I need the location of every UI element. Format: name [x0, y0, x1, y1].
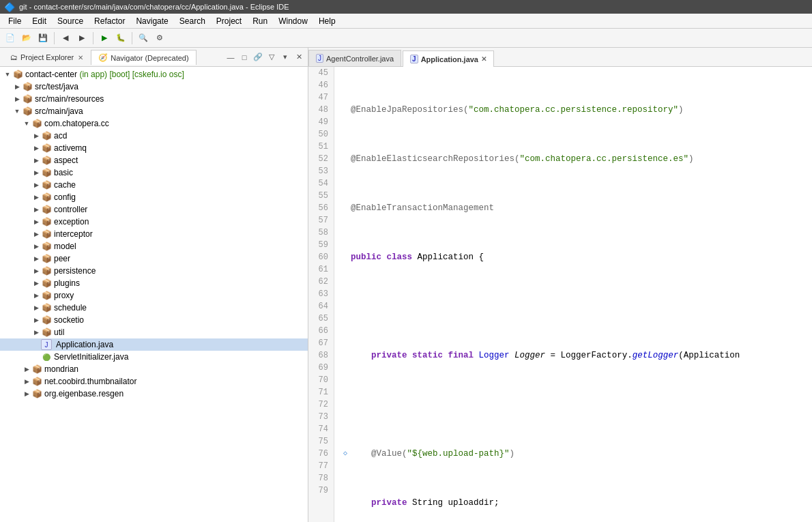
tree-com-chatopera[interactable]: ▼ 📦 com.chatopera.cc	[0, 117, 308, 130]
menu-source[interactable]: Source	[52, 15, 89, 27]
code-line-52: ◇ @Value("${web.upload-path}")	[340, 448, 807, 460]
menu-navigate[interactable]: Navigate	[130, 15, 173, 27]
menu-help[interactable]: Help	[313, 15, 341, 27]
src-main-label: src/main/java	[35, 106, 83, 116]
tree-interceptor[interactable]: ▶ 📦 interceptor	[0, 228, 308, 240]
persistence-label: persistence	[54, 266, 96, 276]
line-text-47: @EnableTransactionManagement	[351, 202, 807, 214]
acd-icon: 📦	[41, 130, 52, 141]
tree-basic[interactable]: ▶ 📦 basic	[0, 166, 308, 179]
eclipse-icon: 🔷	[4, 2, 15, 12]
root-suffix: (in app) [boot] [cskefu.io osc]	[77, 70, 184, 79]
toolbar-run[interactable]: ▶	[97, 31, 112, 46]
line-text-46: @EnableElasticsearchRepositories("com.ch…	[351, 153, 807, 165]
panel-close[interactable]: ✕	[293, 51, 305, 63]
src-test-arrow: ▶	[12, 82, 22, 91]
toolbar-search[interactable]: 🔍	[136, 31, 151, 46]
tree-controller[interactable]: ▶ 📦 controller	[0, 203, 308, 216]
panel-tabs: 🗂 Project Explorer ✕ 🧭 Navigator (Deprec…	[0, 48, 308, 67]
socketio-arrow: ▶	[31, 315, 41, 325]
plugins-icon: 📦	[41, 278, 52, 289]
toolbar-forward[interactable]: ▶	[74, 31, 89, 46]
src-resources-icon: 📦	[22, 93, 33, 104]
exception-label: exception	[54, 217, 89, 227]
config-arrow: ▶	[31, 192, 41, 202]
interceptor-arrow: ▶	[31, 229, 41, 239]
line-text-50: private static final Logger Logger = Log…	[351, 349, 807, 362]
panel-maximize[interactable]: □	[238, 51, 250, 63]
toolbar-new[interactable]: 📄	[3, 31, 18, 46]
tree-model[interactable]: ▶ 📦 model	[0, 240, 308, 252]
application-tab-close[interactable]: ✕	[481, 55, 487, 63]
tree-socketio[interactable]: ▶ 📦 socketio	[0, 314, 308, 326]
menu-project[interactable]: Project	[211, 15, 247, 27]
root-label: contact-center	[25, 70, 77, 79]
tree-util[interactable]: ▶ 📦 util	[0, 326, 308, 338]
title-bar: 🔷 git - contact-center/src/main/java/com…	[0, 0, 812, 14]
src-test-label: src/test/java	[35, 82, 78, 91]
menu-edit[interactable]: Edit	[27, 15, 52, 27]
tab-navigator[interactable]: 🧭 Navigator (Deprecated)	[91, 50, 196, 65]
tree-thumbnailator[interactable]: ▶ 📦 net.coobird.thumbnailator	[0, 375, 308, 388]
tree-activemq[interactable]: ▶ 📦 activemq	[0, 142, 308, 154]
tree-src-resources[interactable]: ▶ 📦 src/main/resources	[0, 93, 308, 105]
menu-refactor[interactable]: Refactor	[89, 15, 130, 27]
tree-plugins[interactable]: ▶ 📦 plugins	[0, 277, 308, 289]
panel-minimize[interactable]: —	[224, 51, 237, 63]
basic-arrow: ▶	[31, 168, 41, 177]
code-line-46: @EnableElasticsearchRepositories("com.ch…	[340, 153, 807, 165]
com-chatopera-arrow: ▼	[22, 119, 31, 128]
menu-search[interactable]: Search	[174, 15, 211, 27]
cache-arrow: ▶	[31, 180, 41, 190]
tree-application-java[interactable]: J Application.java	[0, 338, 308, 351]
util-icon: 📦	[41, 327, 52, 338]
aspect-label: aspect	[54, 156, 78, 165]
tree-src-main[interactable]: ▼ 📦 src/main/java	[0, 105, 308, 117]
tree-aspect[interactable]: ▶ 📦 aspect	[0, 154, 308, 166]
tree-resgen[interactable]: ▶ 📦 org.eigenbase.resgen	[0, 388, 308, 400]
mondrian-label: mondrian	[44, 364, 78, 374]
toolbar-debug[interactable]: 🐛	[113, 31, 128, 46]
tree-cache[interactable]: ▶ 📦 cache	[0, 179, 308, 191]
tab-agent-controller[interactable]: J AgentController.java	[308, 50, 401, 66]
panel-filter[interactable]: ▽	[265, 51, 278, 63]
tree-servlet-initializer[interactable]: 🟢 ServletInitializer.java	[0, 351, 308, 363]
menu-file[interactable]: File	[3, 15, 27, 27]
tree-peer[interactable]: ▶ 📦 peer	[0, 252, 308, 265]
mondrian-arrow: ▶	[22, 364, 31, 374]
toolbar-preferences[interactable]: ⚙	[152, 31, 167, 46]
proxy-label: proxy	[54, 291, 74, 300]
agent-controller-label: AgentController.java	[326, 55, 394, 63]
toolbar-back[interactable]: ◀	[58, 31, 73, 46]
project-explorer-close[interactable]: ✕	[78, 54, 83, 61]
code-line-51	[340, 398, 807, 411]
tree-root[interactable]: ▼ 📦 contact-center (in app) [boot] [cske…	[0, 68, 308, 81]
code-content[interactable]: @EnableJpaRepositories("com.chatopera.cc…	[334, 67, 812, 522]
tree-proxy[interactable]: ▶ 📦 proxy	[0, 289, 308, 302]
src-resources-label: src/main/resources	[35, 94, 104, 104]
model-icon: 📦	[41, 241, 52, 252]
tree-persistence[interactable]: ▶ 📦 persistence	[0, 265, 308, 277]
toolbar-save[interactable]: 💾	[35, 31, 50, 46]
tree-src-test[interactable]: ▶ 📦 src/test/java	[0, 81, 308, 93]
menu-window[interactable]: Window	[273, 15, 313, 27]
code-editor[interactable]: 4546474849 5051525354 5556575859 6061626…	[308, 67, 812, 522]
marker-52: ◇	[340, 448, 351, 460]
tree-schedule[interactable]: ▶ 📦 schedule	[0, 302, 308, 314]
panel-sync[interactable]: 🔗	[252, 51, 264, 63]
activemq-arrow: ▶	[31, 143, 41, 153]
line-text-49	[351, 300, 807, 313]
tab-project-explorer[interactable]: 🗂 Project Explorer ✕	[3, 50, 91, 64]
menu-run[interactable]: Run	[247, 15, 273, 27]
proxy-arrow: ▶	[31, 291, 41, 300]
tree-exception[interactable]: ▶ 📦 exception	[0, 216, 308, 228]
panel-menu[interactable]: ▾	[279, 51, 291, 63]
tree-acd[interactable]: ▶ 📦 acd	[0, 130, 308, 142]
toolbar-open[interactable]: 📂	[19, 31, 34, 46]
tab-application[interactable]: J Application.java ✕	[403, 50, 494, 67]
util-label: util	[54, 328, 64, 337]
tree-mondrian[interactable]: ▶ 📦 mondrian	[0, 363, 308, 375]
tree-config[interactable]: ▶ 📦 config	[0, 191, 308, 203]
editor-panel: J AgentController.java J Application.jav…	[308, 48, 812, 522]
cache-label: cache	[54, 180, 76, 190]
